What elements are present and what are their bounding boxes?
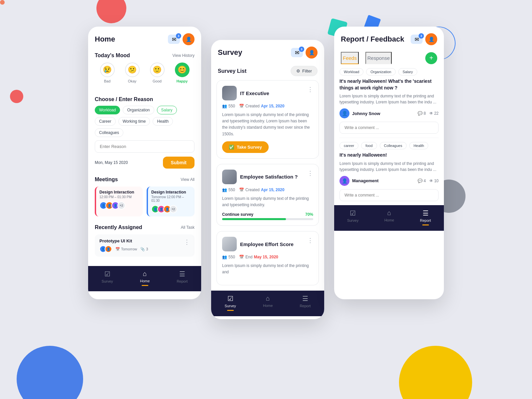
home-bottom-nav: ☑ Survey ⌂ Home ☰ Report bbox=[88, 266, 201, 291]
take-survey-check-icon: ✅ bbox=[229, 145, 234, 150]
feed-tag-salary[interactable]: Salary bbox=[398, 68, 417, 75]
report-title: Report / Feedback bbox=[341, 35, 404, 44]
feed-1-author: 👤 Johnny Snow bbox=[339, 108, 380, 118]
report-mail-badge: 3 bbox=[419, 33, 424, 39]
all-tasks-link[interactable]: All Task bbox=[181, 225, 195, 230]
survey-nav-report[interactable]: ☰ Report bbox=[300, 295, 311, 311]
submit-button[interactable]: Submit bbox=[163, 157, 195, 169]
tag-salary[interactable]: Salary bbox=[157, 106, 177, 114]
feed-1-author-name: Johnny Snow bbox=[352, 111, 380, 116]
reason-title: Choose / Enter Reason bbox=[95, 96, 195, 102]
meeting-avatar-more: +2 bbox=[169, 205, 177, 213]
tag-organization[interactable]: Organization bbox=[123, 106, 154, 114]
take-survey-button[interactable]: ✅ Take Survey bbox=[222, 141, 269, 153]
report-bottom-nav: ☑ Survey ⌂ Home ☰ Report bbox=[334, 205, 444, 231]
task-name: Prototype UI Kit bbox=[99, 238, 148, 243]
survey-more-2[interactable]: ⋮ bbox=[307, 170, 313, 177]
filter-button[interactable]: ⚙ Filter bbox=[291, 66, 318, 76]
mood-okay[interactable]: 😕 Okay bbox=[125, 63, 140, 83]
survey-title-row: IT Executive bbox=[222, 86, 307, 100]
avatar[interactable]: 👤 bbox=[183, 33, 195, 45]
report-nav-survey[interactable]: ☑ Survey bbox=[347, 209, 358, 225]
task-meta: 👤 👤 📅 Tomorrow 📎 3 bbox=[99, 245, 148, 253]
report-nav-home[interactable]: ⌂ Home bbox=[384, 209, 394, 225]
mood-happy[interactable]: 😊 Happy bbox=[175, 63, 190, 83]
reason-tags-row: Workload Organization Salary Career Work… bbox=[95, 106, 195, 137]
reason-input[interactable] bbox=[95, 140, 195, 153]
tab-response[interactable]: Response bbox=[365, 52, 392, 64]
feed-tag-organization[interactable]: Organization bbox=[366, 68, 395, 75]
mood-bad[interactable]: 😢 Bad bbox=[100, 63, 115, 83]
task-info: Prototype UI Kit 👤 👤 📅 Tomorrow 📎 3 bbox=[99, 238, 148, 253]
tag-career[interactable]: Career bbox=[95, 117, 116, 126]
survey-meta-3: 👥 550 📅 End May 15, 2020 bbox=[222, 255, 313, 259]
mood-label-okay: Okay bbox=[128, 79, 137, 83]
survey-card-2-header: Employee Satisfaction ? ⋮ bbox=[222, 170, 313, 184]
feed-tag-workload[interactable]: Workload bbox=[339, 68, 363, 75]
survey-nav-survey-label: Survey bbox=[225, 304, 236, 308]
filter-label: Filter bbox=[302, 68, 312, 73]
take-survey-label: Take Survey bbox=[237, 145, 262, 150]
nav-home[interactable]: ⌂ Home bbox=[140, 270, 150, 286]
feed-tag-food[interactable]: food bbox=[361, 142, 377, 149]
mood-face-okay: 😕 bbox=[125, 63, 140, 77]
mood-label-happy: Happy bbox=[177, 79, 188, 83]
tag-health[interactable]: Health bbox=[153, 117, 173, 126]
comment-input-1[interactable] bbox=[339, 122, 439, 134]
nav-home-label: Home bbox=[140, 279, 150, 283]
progress-bar-fill bbox=[222, 218, 286, 220]
report-nav-home-label: Home bbox=[384, 218, 394, 222]
feed-tag-career[interactable]: career bbox=[339, 142, 358, 149]
feed-tag-health[interactable]: Health bbox=[409, 142, 429, 149]
mood-good[interactable]: 🙂 Good bbox=[150, 63, 165, 83]
survey-nav-home[interactable]: ⌂ Home bbox=[263, 295, 273, 311]
feed-2-desc: Lorem Ipsum is simply dummy text of the … bbox=[339, 161, 439, 173]
survey-participants-3: 👥 550 bbox=[222, 255, 235, 259]
nav-survey[interactable]: ☑ Survey bbox=[102, 270, 113, 286]
add-feed-button[interactable]: + bbox=[425, 52, 437, 64]
survey-nav-survey[interactable]: ☑ Survey bbox=[225, 295, 236, 311]
meeting-time-1: 12:00 PM – 01:30 PM bbox=[99, 195, 139, 199]
mail-icon-wrap[interactable]: ✉ 3 bbox=[168, 35, 180, 44]
task-more-icon[interactable]: ⋮ bbox=[184, 238, 190, 246]
survey-header-icons: ✉ 3 👤 bbox=[291, 47, 318, 59]
date-text: Mon, May 15 2020 bbox=[95, 160, 128, 165]
report-nav-report[interactable]: ☰ Report bbox=[420, 209, 431, 225]
tag-colleagues[interactable]: Colleagues bbox=[95, 128, 123, 137]
task-card-1: Prototype UI Kit 👤 👤 📅 Tomorrow 📎 3 ⋮ bbox=[95, 234, 195, 257]
survey-date-3: 📅 End May 15, 2020 bbox=[239, 255, 278, 259]
feed-tag-colleagues[interactable]: Colleagues bbox=[380, 142, 407, 149]
report-tabs-row: Feeds Response + bbox=[334, 49, 444, 64]
survey-thumb-2 bbox=[222, 170, 237, 184]
report-avatar[interactable]: 👤 bbox=[425, 33, 437, 45]
task-due: 📅 Tomorrow bbox=[115, 247, 137, 251]
feed-2-author-name: Management bbox=[352, 178, 378, 183]
survey-more-3[interactable]: ⋮ bbox=[307, 237, 313, 244]
meeting-avatars-1: 👤 👤 👤 +2 bbox=[99, 201, 139, 209]
nav-survey-label: Survey bbox=[102, 279, 113, 283]
comment-input-2[interactable] bbox=[339, 189, 439, 201]
nav-report[interactable]: ☰ Report bbox=[177, 270, 188, 286]
view-history-link[interactable]: View History bbox=[173, 53, 195, 58]
survey-avatar[interactable]: 👤 bbox=[306, 47, 318, 59]
task-attachments: 📎 3 bbox=[140, 247, 148, 251]
tag-workload[interactable]: Workload bbox=[95, 106, 120, 114]
view-all-link[interactable]: View All bbox=[181, 177, 195, 182]
report-report-icon: ☰ bbox=[423, 209, 429, 217]
survey-mail-wrap[interactable]: ✉ 3 bbox=[291, 48, 303, 57]
progress-bar-bg bbox=[222, 218, 313, 220]
survey-more-1[interactable]: ⋮ bbox=[307, 86, 313, 93]
nav-home-underline bbox=[142, 285, 148, 286]
tag-working-time[interactable]: Working time bbox=[118, 117, 150, 126]
survey-card-3: Employee Effort Score ⋮ 👥 550 📅 End May … bbox=[216, 231, 319, 285]
mood-section: Today's Mood View History 😢 Bad 😕 Okay 🙂… bbox=[88, 49, 201, 92]
survey-nav-underline bbox=[227, 310, 234, 311]
mood-face-good: 🙂 bbox=[150, 63, 165, 77]
submit-row: Mon, May 15 2020 Submit bbox=[95, 157, 195, 169]
home-header: Home ✉ 3 👤 bbox=[88, 27, 201, 49]
report-mail-wrap[interactable]: ✉ 3 bbox=[411, 35, 423, 44]
task-avatars: 👤 👤 bbox=[99, 245, 112, 253]
survey-thumb-1 bbox=[222, 86, 237, 100]
tab-feeds[interactable]: Feeds bbox=[341, 52, 359, 64]
report-nav-underline bbox=[422, 224, 429, 225]
